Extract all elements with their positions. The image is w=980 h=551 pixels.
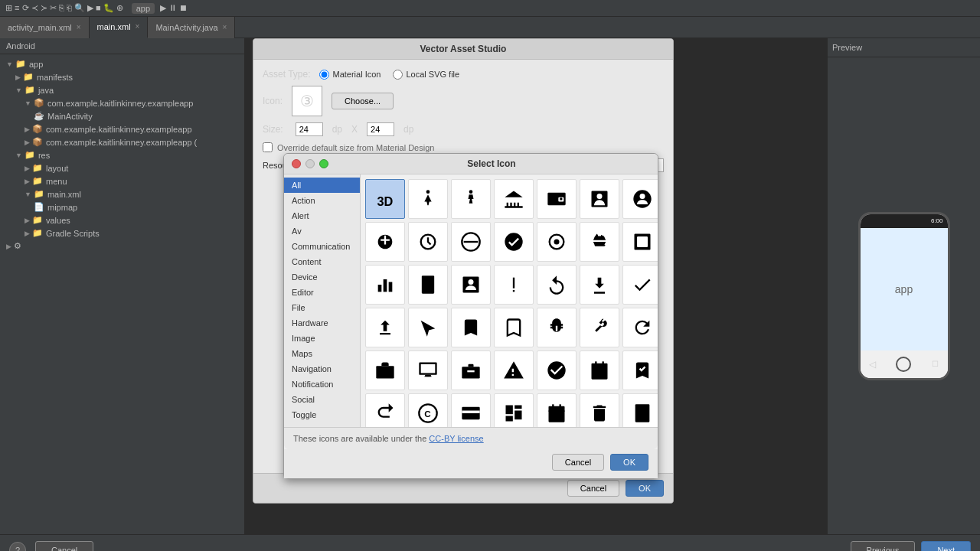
icon-cell-account-balance-wallet[interactable] [537, 179, 577, 219]
tree-item-layout[interactable]: ▶ 📁 menu [0, 174, 244, 187]
icon-cell-desktop-mac[interactable] [408, 350, 448, 390]
material-icon-radio-label[interactable]: Material Icon [319, 70, 381, 80]
icon-cell-account-circle[interactable] [622, 179, 658, 219]
tree-item-res[interactable]: ▼ 📁 res [0, 148, 244, 161]
tab-main-xml[interactable]: main.xml × [90, 17, 149, 38]
close-tab-1[interactable]: × [136, 22, 140, 31]
category-alert[interactable]: Alert [284, 208, 360, 223]
icon-cell-delete[interactable] [580, 393, 619, 427]
cc-by-license-link[interactable]: CC-BY license [429, 434, 483, 443]
icon-cell-credit-card[interactable] [451, 393, 491, 427]
icon-cell-add-alarm[interactable] [365, 222, 405, 262]
help-button[interactable]: ? [9, 542, 26, 552]
icon-cell-undo[interactable] [537, 265, 577, 305]
choose-icon-button[interactable]: Choose... [332, 93, 394, 109]
tree-item-app[interactable]: ▼ 📁 app [0, 57, 244, 70]
material-icon-radio[interactable] [319, 70, 329, 80]
icon-cell-bookmark-border[interactable] [494, 308, 534, 347]
tab-mainactivity[interactable]: MainActivity.java × [148, 17, 235, 38]
category-navigation[interactable]: Navigation [284, 361, 360, 377]
category-av[interactable]: Av [284, 223, 360, 239]
category-communication[interactable]: Communication [284, 239, 360, 254]
next-button[interactable]: Next [921, 541, 971, 552]
size-height-input[interactable] [367, 122, 394, 136]
category-content[interactable]: Content [284, 254, 360, 269]
icon-cell-camera-roll[interactable] [537, 222, 577, 262]
tree-item-java[interactable]: ▼ 📁 java [0, 83, 244, 96]
cancel-button[interactable]: Cancel [35, 541, 93, 552]
tree-item-manifests[interactable]: ▶ 📁 manifests [0, 70, 244, 83]
icon-cell-event[interactable] [537, 393, 577, 427]
icon-cell-work2[interactable] [451, 350, 491, 390]
icon-cell-perm-contact[interactable] [451, 265, 491, 305]
icon-cell-bug-report[interactable] [537, 308, 577, 347]
icon-cell-event-note[interactable] [580, 350, 619, 390]
icon-cell-cursor[interactable] [408, 308, 448, 347]
icon-cell-bar-chart[interactable] [365, 265, 405, 305]
tree-item-drawable[interactable]: ▶ 📁 layout [0, 161, 244, 174]
category-social[interactable]: Social [284, 392, 360, 407]
vas-ok-button[interactable]: OK [626, 480, 664, 497]
icon-cell-warning[interactable] [494, 350, 534, 390]
maximize-button-green[interactable] [319, 159, 328, 168]
icon-cell-accessible[interactable] [408, 179, 448, 219]
tree-item-menu[interactable]: ▼ 📁 main.xml [0, 187, 244, 201]
icon-cell-check-circle2[interactable] [537, 350, 577, 390]
category-all[interactable]: All [284, 178, 360, 193]
icon-cell-android[interactable] [580, 222, 619, 262]
icon-cell-upload[interactable] [365, 308, 405, 347]
category-toggle[interactable]: Toggle [284, 407, 360, 422]
icon-cell-done[interactable] [622, 265, 658, 305]
category-action[interactable]: Action [284, 193, 360, 208]
close-tab-2[interactable]: × [223, 23, 227, 31]
icon-cell-add-alarm2[interactable] [408, 222, 448, 262]
icon-cell-account-balance[interactable] [494, 179, 534, 219]
override-checkbox[interactable] [263, 142, 273, 152]
category-device[interactable]: Device [284, 269, 360, 285]
previous-button[interactable]: Previous [851, 541, 916, 552]
icon-cell-turned-in[interactable] [622, 350, 658, 390]
category-image[interactable]: Image [284, 331, 360, 346]
icon-cell-3d-rotation[interactable]: 3D [365, 179, 405, 219]
phone-home-button[interactable] [896, 357, 911, 372]
category-hardware[interactable]: Hardware [284, 315, 360, 331]
icon-cell-assignment[interactable] [408, 265, 448, 305]
tree-item-mainactivity[interactable]: ☕ MainActivity [0, 109, 244, 122]
tree-item-main-xml[interactable]: 📄 mipmap [0, 201, 244, 214]
local-svg-radio[interactable] [393, 70, 403, 80]
icon-cell-work[interactable] [365, 350, 405, 390]
local-svg-radio-label[interactable]: Local SVG file [393, 70, 459, 80]
icon-cell-build[interactable] [580, 308, 619, 347]
close-tab-0[interactable]: × [77, 23, 81, 31]
icon-cell-check-circle[interactable] [494, 222, 534, 262]
close-button-red[interactable] [292, 159, 301, 168]
vas-cancel-button[interactable]: Cancel [567, 480, 619, 497]
tree-item-mipmap[interactable]: ▶ 📁 values [0, 214, 244, 227]
icon-cell-redo[interactable] [365, 393, 405, 427]
icon-cell-dashboard[interactable] [494, 393, 534, 427]
tree-item-values[interactable]: ▶ 📁 Gradle Scripts [0, 227, 244, 240]
icon-cell-copyright[interactable]: C [408, 393, 448, 427]
icon-cell-info[interactable] [494, 265, 534, 305]
minimize-button-yellow[interactable] [305, 159, 315, 168]
si-ok-button[interactable]: OK [610, 454, 648, 471]
category-maps[interactable]: Maps [284, 346, 360, 361]
category-file[interactable]: File [284, 300, 360, 315]
tree-item-package1[interactable]: ▼ 📦 com.example.kaitlinkinney.exampleapp [0, 96, 244, 109]
size-width-input[interactable] [296, 122, 323, 136]
category-notification[interactable]: Notification [284, 377, 360, 392]
icon-cell-accessible2[interactable] [451, 179, 491, 219]
tab-activity-main[interactable]: activity_main.xml × [0, 17, 90, 38]
icon-cell-refresh[interactable] [622, 308, 658, 347]
icon-cell-bookmark[interactable] [451, 308, 491, 347]
si-cancel-button[interactable]: Cancel [552, 454, 604, 471]
icon-cell-download[interactable] [580, 265, 619, 305]
icon-cell-input[interactable] [622, 222, 658, 262]
tree-item-gradle[interactable]: ▶ ⚙ [0, 240, 244, 253]
tree-item-package2[interactable]: ▶ 📦 com.example.kaitlinkinney.exampleapp [0, 122, 244, 135]
icon-cell-block[interactable] [451, 222, 491, 262]
icon-cell-description[interactable] [622, 393, 658, 427]
tree-item-package3[interactable]: ▶ 📦 com.example.kaitlinkinney.exampleapp… [0, 135, 244, 148]
icon-cell-account-box[interactable] [580, 179, 619, 219]
category-editor[interactable]: Editor [284, 285, 360, 300]
